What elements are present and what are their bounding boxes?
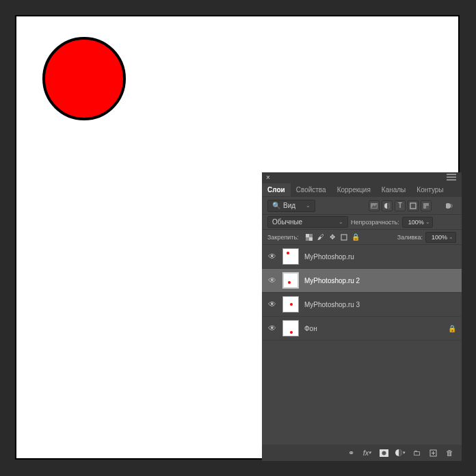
- fill-input[interactable]: ⌄: [425, 232, 456, 243]
- adjustment-layer-icon[interactable]: ▾: [395, 447, 406, 458]
- lock-artboard-icon[interactable]: [339, 233, 349, 242]
- fill-value[interactable]: [428, 234, 447, 241]
- lock-label: Закрепить:: [267, 234, 299, 241]
- layers-panel: × Слои Свойства Коррекция Каналы Контуры…: [262, 172, 462, 461]
- layer-mask-icon[interactable]: [378, 447, 389, 458]
- layer-name[interactable]: MyPhotoshop.ru 2: [304, 277, 360, 285]
- tab-adjustments[interactable]: Коррекция: [332, 183, 376, 196]
- fill-label: Заливка:: [397, 234, 423, 241]
- filter-pixel-icon[interactable]: [369, 200, 380, 211]
- visibility-icon[interactable]: 👁: [267, 300, 277, 309]
- filter-label: Вид: [283, 202, 295, 209]
- svg-rect-3: [410, 203, 416, 209]
- panel-tabs: Слои Свойства Коррекция Каналы Контуры: [262, 182, 462, 197]
- search-icon: 🔍: [272, 202, 280, 209]
- svg-rect-9: [306, 234, 309, 237]
- layer-thumbnail[interactable]: [282, 272, 299, 289]
- layer-thumbnail[interactable]: [282, 248, 299, 265]
- opacity-label: Непрозрачность:: [351, 219, 399, 226]
- layer-name[interactable]: MyPhotoshop.ru 3: [304, 301, 360, 308]
- filter-smartobject-icon[interactable]: [421, 200, 432, 211]
- lock-pixels-icon[interactable]: 🖌: [316, 233, 326, 242]
- close-icon[interactable]: ×: [266, 174, 270, 181]
- layers-list: 👁MyPhotoshop.ru👁MyPhotoshop.ru 2👁MyPhoto…: [262, 245, 462, 445]
- blend-mode-select[interactable]: Обычные ⌄: [267, 216, 348, 228]
- delete-layer-icon[interactable]: 🗑: [444, 447, 455, 458]
- layer-row[interactable]: 👁MyPhotoshop.ru: [262, 245, 462, 269]
- new-layer-icon[interactable]: [427, 447, 438, 458]
- visibility-icon[interactable]: 👁: [267, 252, 277, 261]
- svg-rect-11: [341, 235, 347, 240]
- chevron-down-icon: ⌄: [339, 219, 343, 225]
- visibility-icon[interactable]: 👁: [267, 323, 277, 333]
- link-layers-icon[interactable]: ⚭: [345, 447, 356, 458]
- filter-toggle-switch-icon[interactable]: [445, 200, 456, 211]
- opacity-input[interactable]: ⌄: [402, 217, 433, 228]
- group-icon[interactable]: 🗀: [411, 447, 422, 458]
- panel-menu-icon[interactable]: [447, 174, 458, 181]
- layer-row[interactable]: 👁MyPhotoshop.ru 2: [262, 269, 462, 293]
- lock-all-icon[interactable]: 🔒: [351, 233, 360, 242]
- tab-channels[interactable]: Каналы: [376, 183, 412, 196]
- blend-mode-value: Обычные: [272, 218, 302, 226]
- svg-point-13: [382, 451, 386, 455]
- tab-paths[interactable]: Контуры: [411, 183, 449, 196]
- layer-thumbnail[interactable]: [282, 296, 299, 313]
- tab-layers[interactable]: Слои: [262, 183, 291, 196]
- visibility-icon[interactable]: 👁: [267, 276, 277, 285]
- red-circle-shape[interactable]: [42, 37, 126, 120]
- layer-name[interactable]: MyPhotoshop.ru: [304, 253, 354, 261]
- chevron-down-icon: ⌄: [449, 234, 453, 240]
- layer-row[interactable]: 👁MyPhotoshop.ru 3: [262, 293, 462, 317]
- chevron-down-icon: ⌄: [425, 219, 430, 225]
- panel-footer: ⚭ fx▾ ▾ 🗀 🗑: [262, 445, 462, 461]
- lock-position-icon[interactable]: ✥: [328, 233, 337, 242]
- layer-name[interactable]: Фон: [304, 325, 317, 332]
- layer-row[interactable]: 👁Фон🔒: [262, 317, 462, 341]
- layer-thumbnail[interactable]: [282, 320, 299, 336]
- filter-shape-icon[interactable]: [408, 200, 419, 211]
- layer-style-icon[interactable]: fx▾: [362, 447, 373, 458]
- lock-icon[interactable]: 🔒: [448, 325, 456, 332]
- filter-adjustment-icon[interactable]: [382, 200, 393, 211]
- svg-rect-10: [309, 237, 313, 241]
- tab-properties[interactable]: Свойства: [291, 183, 332, 196]
- opacity-value[interactable]: [405, 219, 424, 226]
- chevron-down-icon: ⌄: [306, 202, 310, 209]
- layer-filter-select[interactable]: 🔍 Вид ⌄: [267, 200, 315, 212]
- svg-rect-5: [426, 206, 429, 209]
- lock-transparency-icon[interactable]: [304, 233, 314, 242]
- filter-type-icon[interactable]: T: [395, 200, 406, 211]
